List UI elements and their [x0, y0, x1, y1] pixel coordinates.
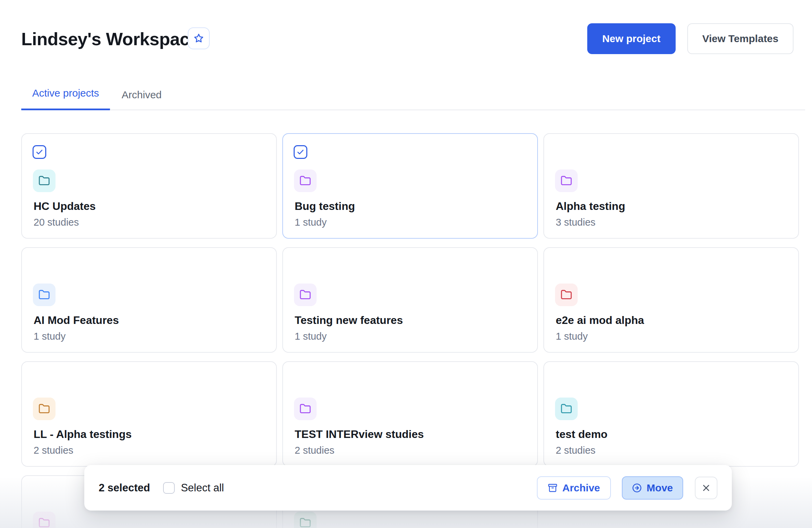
tab-archived[interactable]: Archived — [111, 89, 173, 110]
project-studies-count: 2 studies — [34, 445, 73, 456]
select-all-checkbox[interactable] — [163, 482, 175, 494]
project-checkbox-checked[interactable] — [33, 145, 46, 159]
archive-button[interactable]: Archive — [537, 476, 611, 500]
project-studies-count: 1 study — [34, 331, 66, 342]
project-checkbox-checked[interactable] — [294, 145, 307, 159]
project-studies-count: 1 study — [295, 217, 327, 228]
folder-badge — [294, 284, 317, 306]
new-project-button[interactable]: New project — [587, 23, 676, 54]
project-name: Testing new features — [295, 314, 527, 327]
project-card[interactable]: TEST INTERview studies 2 studies — [282, 361, 538, 467]
project-card[interactable]: Testing new features 1 study — [282, 247, 538, 353]
folder-icon — [299, 517, 311, 528]
star-icon — [193, 33, 204, 44]
project-name: Bug testing — [295, 200, 527, 213]
select-all-label: Select all — [181, 482, 224, 494]
project-name: e2e ai mod alpha — [556, 314, 788, 327]
move-button-label: Move — [647, 482, 673, 494]
project-name: LL - Alpha testings — [34, 428, 266, 441]
project-card[interactable]: test demo 2 studies — [543, 361, 799, 467]
folder-badge — [33, 398, 56, 420]
project-studies-count: 2 studies — [295, 445, 334, 456]
project-card[interactable]: HC Updates 20 studies — [21, 133, 277, 239]
move-button[interactable]: Move — [622, 476, 683, 500]
view-templates-button[interactable]: View Templates — [687, 23, 793, 54]
favorite-workspace-button[interactable] — [188, 27, 210, 49]
folder-icon — [561, 175, 572, 187]
circle-arrow-right-icon — [632, 483, 642, 493]
header-actions: New project View Templates — [587, 23, 793, 54]
folder-icon — [299, 403, 311, 415]
folder-badge — [33, 512, 56, 528]
close-icon — [701, 483, 711, 493]
project-card[interactable]: LL - Alpha testings 2 studies — [21, 361, 277, 467]
folder-badge — [555, 169, 578, 192]
project-name: Alpha testing — [556, 200, 788, 213]
check-icon — [296, 148, 305, 156]
folder-badge — [294, 398, 317, 420]
folder-icon — [299, 289, 311, 301]
folder-badge — [294, 512, 317, 528]
folder-icon — [561, 403, 572, 415]
tab-active-projects[interactable]: Active projects — [21, 87, 110, 110]
folder-badge — [33, 169, 56, 192]
archive-button-label: Archive — [562, 482, 600, 494]
selection-action-bar: 2 selected Select all Archive Move — [84, 465, 732, 511]
folder-badge — [555, 284, 578, 306]
archive-icon — [548, 483, 557, 493]
projects-tabs: Active projects Archived — [21, 81, 805, 110]
selected-count-label: 2 selected — [99, 482, 150, 494]
folder-icon — [38, 175, 50, 187]
folder-badge — [555, 398, 578, 420]
project-card[interactable]: AI Mod Features 1 study — [21, 247, 277, 353]
project-studies-count: 1 study — [295, 331, 327, 342]
check-icon — [35, 148, 44, 156]
folder-icon — [38, 517, 50, 528]
project-name: AI Mod Features — [34, 314, 266, 327]
folder-icon — [38, 289, 50, 301]
folder-icon — [299, 175, 311, 187]
project-card[interactable]: e2e ai mod alpha 1 study — [543, 247, 799, 353]
project-card[interactable]: Alpha testing 3 studies — [543, 133, 799, 239]
project-studies-count: 2 studies — [556, 445, 595, 456]
folder-badge — [33, 284, 56, 306]
folder-badge — [294, 169, 317, 192]
project-name: TEST INTERview studies — [295, 428, 527, 441]
folder-icon — [561, 289, 572, 301]
project-studies-count: 20 studies — [34, 217, 79, 228]
workspace-page: Lindsey's Workspace New project View Tem… — [0, 0, 812, 528]
project-studies-count: 3 studies — [556, 217, 595, 228]
project-name: test demo — [556, 428, 788, 441]
folder-icon — [38, 403, 50, 415]
project-name: HC Updates — [34, 200, 266, 213]
project-card[interactable]: Bug testing 1 study — [282, 133, 538, 239]
close-selection-button[interactable] — [695, 477, 717, 499]
project-studies-count: 1 study — [556, 331, 588, 342]
page-title: Lindsey's Workspace — [21, 29, 199, 49]
